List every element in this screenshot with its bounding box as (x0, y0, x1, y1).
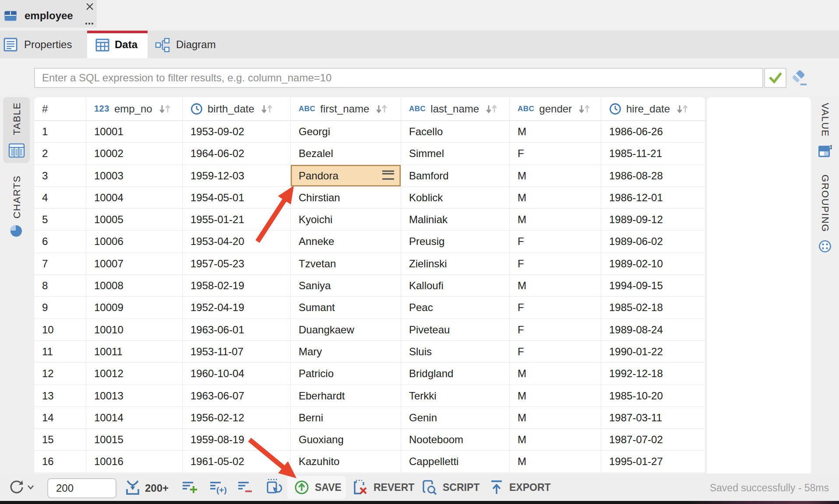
cell-first_name-row11[interactable]: Mary (291, 341, 401, 362)
cell-hire_date-row11[interactable]: 1990-01-22 (601, 341, 705, 362)
cell-hire_date-row3[interactable]: 1986-08-28 (601, 165, 705, 186)
apply-filter-button[interactable] (764, 68, 786, 88)
cell-birth_date-row4[interactable]: 1954-05-01 (183, 187, 291, 208)
cell-gender-row6[interactable]: F (510, 231, 601, 252)
cell-last_name-row3[interactable]: Bamford (401, 165, 510, 186)
cell-hire_date-row15[interactable]: 1987-07-02 (601, 429, 705, 450)
cell-last_name-row10[interactable]: Piveteau (401, 319, 510, 340)
fetch-all-button[interactable] (124, 480, 142, 495)
cell-birth_date-row11[interactable]: 1953-11-07 (183, 341, 291, 362)
cell-hire_date-row10[interactable]: 1989-08-24 (601, 319, 705, 340)
close-tab-icon[interactable] (85, 2, 95, 11)
cell-birth_date-row8[interactable]: 1958-02-19 (183, 275, 291, 296)
cell-gender-row2[interactable]: F (510, 143, 601, 164)
cell-last_name-row6[interactable]: Preusig (401, 231, 510, 252)
tab-employee[interactable]: employee (0, 0, 96, 28)
cell-hire_date-row1[interactable]: 1986-06-26 (601, 121, 705, 142)
cell-last_name-row7[interactable]: Zielinski (401, 253, 510, 274)
cell-emp_no-row11[interactable]: 10011 (86, 341, 183, 362)
cell-last_name-row5[interactable]: Maliniak (401, 209, 510, 230)
cell-birth_date-row3[interactable]: 1959-12-03 (183, 165, 291, 186)
cell-hire_date-row4[interactable]: 1986-12-01 (601, 187, 705, 208)
cell-first_name-row7[interactable]: Tzvetan (291, 253, 401, 274)
cell-last_name-row8[interactable]: Kalloufi (401, 275, 510, 296)
export-button[interactable]: EXPORT (489, 479, 551, 496)
tab-data[interactable]: Data (87, 31, 148, 58)
cell-first_name-row3[interactable]: Pandora (291, 165, 401, 186)
cell-first_name-row6[interactable]: Anneke (291, 231, 401, 252)
refresh-button[interactable] (8, 479, 34, 496)
cell-emp_no-row7[interactable]: 10007 (86, 253, 183, 274)
cell-birth_date-row13[interactable]: 1963-06-07 (183, 385, 291, 406)
sort-icon[interactable] (578, 103, 591, 115)
column-header-hire_date[interactable]: hire_date (601, 97, 705, 120)
cell-last_name-row16[interactable]: Cappelletti (401, 451, 510, 472)
sql-filter-input[interactable] (34, 68, 763, 88)
cell-last_name-row9[interactable]: Peac (401, 297, 510, 318)
cell-emp_no-row10[interactable]: 10010 (86, 319, 183, 340)
cell-emp_no-row15[interactable]: 10015 (86, 429, 183, 450)
cell-first_name-row5[interactable]: Kyoichi (291, 209, 401, 230)
column-header-emp_no[interactable]: 123emp_no (86, 97, 183, 120)
sort-icon[interactable] (159, 103, 171, 115)
rail-item-grouping[interactable]: GROUPING (813, 172, 837, 259)
cell-first_name-row12[interactable]: Patricio (291, 363, 401, 384)
cell-hire_date-row16[interactable]: 1995-01-27 (601, 451, 705, 472)
delete-row-button[interactable] (237, 480, 253, 494)
cell-hire_date-row8[interactable]: 1994-09-15 (601, 275, 705, 296)
cell-emp_no-row14[interactable]: 10014 (86, 407, 183, 428)
cell-emp_no-row8[interactable]: 10008 (86, 275, 183, 296)
cell-emp_no-row16[interactable]: 10016 (86, 451, 183, 472)
cell-last_name-row4[interactable]: Koblick (401, 187, 510, 208)
save-button[interactable]: SAVE (287, 476, 346, 499)
cell-last_name-row15[interactable]: Nooteboom (401, 429, 510, 450)
cell-last_name-row14[interactable]: Genin (401, 407, 510, 428)
clear-filter-button[interactable] (791, 69, 808, 88)
cell-gender-row15[interactable]: M (510, 429, 601, 450)
cell-birth_date-row14[interactable]: 1956-02-12 (183, 407, 291, 428)
duplicate-row-button[interactable] (265, 479, 283, 496)
cell-last_name-row13[interactable]: Terkki (401, 385, 510, 406)
cell-emp_no-row3[interactable]: 10003 (86, 165, 183, 186)
rail-item-value[interactable]: VALUE I (813, 98, 837, 162)
rail-item-charts[interactable]: CHARTS (4, 173, 29, 238)
cell-first_name-row8[interactable]: Saniya (291, 275, 401, 296)
cell-gender-row14[interactable]: M (510, 407, 601, 428)
cell-emp_no-row2[interactable]: 10002 (86, 143, 183, 164)
column-header-last_name[interactable]: ABClast_name (401, 97, 510, 120)
cell-first_name-row13[interactable]: Eberhardt (291, 385, 401, 406)
cell-emp_no-row6[interactable]: 10006 (86, 231, 183, 252)
cell-gender-row4[interactable]: M (510, 187, 601, 208)
cell-birth_date-row9[interactable]: 1952-04-19 (183, 297, 291, 318)
cell-birth_date-row2[interactable]: 1964-06-02 (183, 143, 291, 164)
cell-hire_date-row2[interactable]: 1985-11-21 (601, 143, 705, 164)
cell-last_name-row1[interactable]: Facello (401, 121, 510, 142)
cell-emp_no-row4[interactable]: 10004 (86, 187, 183, 208)
tab-more-icon[interactable] (85, 21, 96, 27)
sort-icon[interactable] (261, 103, 273, 115)
script-button[interactable]: SCRIPT (421, 479, 479, 496)
column-header-birth_date[interactable]: birth_date (183, 97, 291, 120)
cell-birth_date-row7[interactable]: 1957-05-23 (183, 253, 291, 274)
cell-gender-row11[interactable]: F (510, 341, 601, 362)
cell-birth_date-row12[interactable]: 1960-10-04 (183, 363, 291, 384)
cell-first_name-row15[interactable]: Guoxiang (291, 429, 401, 450)
cell-menu-icon[interactable] (382, 171, 394, 180)
cell-first_name-row4[interactable]: Chirstian (291, 187, 401, 208)
cell-gender-row12[interactable]: M (510, 363, 601, 384)
cell-gender-row9[interactable]: F (510, 297, 601, 318)
cell-gender-row5[interactable]: M (510, 209, 601, 230)
sort-icon[interactable] (677, 103, 689, 115)
cell-birth_date-row15[interactable]: 1959-08-19 (183, 429, 291, 450)
sort-icon[interactable] (376, 103, 388, 115)
cell-gender-row13[interactable]: M (510, 385, 601, 406)
tab-properties[interactable]: Properties (0, 31, 87, 58)
cell-hire_date-row9[interactable]: 1985-02-18 (601, 297, 705, 318)
cell-gender-row3[interactable]: M (510, 165, 601, 186)
cell-birth_date-row16[interactable]: 1961-05-02 (183, 451, 291, 472)
cell-hire_date-row7[interactable]: 1989-02-10 (601, 253, 705, 274)
cell-hire_date-row5[interactable]: 1989-09-12 (601, 209, 705, 230)
cell-gender-row8[interactable]: M (510, 275, 601, 296)
cell-hire_date-row12[interactable]: 1992-12-18 (601, 363, 705, 384)
cell-birth_date-row1[interactable]: 1953-09-02 (183, 121, 291, 142)
